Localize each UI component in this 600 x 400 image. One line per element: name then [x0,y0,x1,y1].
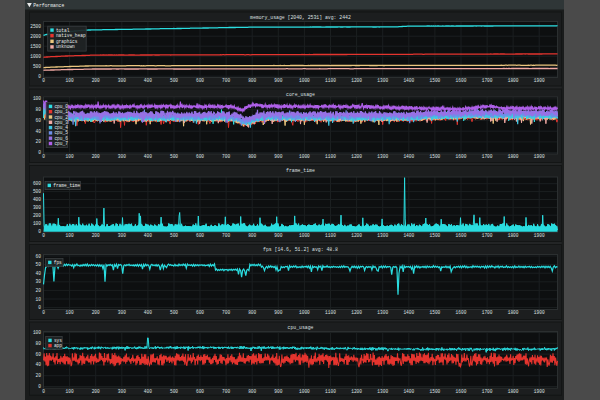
svg-text:native_heap: native_heap [56,33,86,38]
svg-text:1500: 1500 [429,389,440,394]
svg-text:100: 100 [66,389,74,394]
svg-text:700: 700 [222,389,230,394]
svg-text:900: 900 [274,154,282,159]
svg-text:1200: 1200 [351,154,362,159]
svg-text:2500: 2500 [30,24,41,29]
svg-text:600: 600 [33,181,41,186]
svg-text:400: 400 [144,389,152,394]
svg-text:600: 600 [196,233,204,238]
svg-text:core_usage: core_usage [286,92,315,97]
svg-text:1300: 1300 [377,78,388,83]
svg-text:40: 40 [36,271,42,276]
svg-text:1000: 1000 [299,154,310,159]
svg-text:500: 500 [170,78,178,83]
svg-text:cpu_7: cpu_7 [54,141,68,146]
svg-text:0: 0 [38,229,41,234]
svg-text:1100: 1100 [325,233,336,238]
svg-text:30: 30 [36,279,42,284]
svg-text:300: 300 [118,310,126,315]
svg-text:1000: 1000 [299,233,310,238]
svg-text:20: 20 [36,373,42,378]
svg-text:700: 700 [222,154,230,159]
svg-text:1800: 1800 [508,389,519,394]
svg-text:total: total [56,28,70,33]
svg-text:1100: 1100 [325,389,336,394]
svg-text:1400: 1400 [403,154,414,159]
svg-text:100: 100 [33,330,41,335]
svg-text:40: 40 [36,362,42,367]
svg-text:memory_usage [2040, 2531] avg:: memory_usage [2040, 2531] avg: 2442 [250,15,351,20]
svg-text:800: 800 [248,78,256,83]
svg-text:fps [14.6, 51.2] avg: 48.8: fps [14.6, 51.2] avg: 48.8 [263,247,338,252]
svg-text:0: 0 [38,74,41,79]
svg-text:cpu_5: cpu_5 [54,130,68,135]
svg-text:1700: 1700 [482,233,493,238]
svg-text:1900: 1900 [534,310,545,315]
svg-text:200: 200 [92,233,100,238]
svg-text:500: 500 [170,154,178,159]
svg-text:graphics: graphics [56,39,78,44]
svg-text:800: 800 [248,154,256,159]
svg-text:1700: 1700 [482,389,493,394]
svg-text:unknown: unknown [56,44,75,49]
svg-text:300: 300 [118,154,126,159]
svg-text:200: 200 [92,389,100,394]
svg-text:1000: 1000 [299,310,310,315]
svg-text:800: 800 [248,389,256,394]
svg-text:0: 0 [42,78,45,83]
svg-text:400: 400 [144,78,152,83]
svg-text:300: 300 [118,78,126,83]
svg-text:0: 0 [42,389,45,394]
svg-text:1400: 1400 [403,233,414,238]
svg-text:cpu_1: cpu_1 [54,109,68,114]
svg-text:1500: 1500 [30,44,41,49]
svg-text:1900: 1900 [534,78,545,83]
svg-text:1200: 1200 [351,233,362,238]
svg-text:0: 0 [38,150,41,155]
svg-text:cpu_2: cpu_2 [54,115,68,120]
svg-text:1200: 1200 [351,310,362,315]
svg-text:0: 0 [38,305,41,310]
svg-text:600: 600 [196,310,204,315]
svg-text:20: 20 [36,139,42,144]
svg-text:900: 900 [274,78,282,83]
svg-text:600: 600 [196,154,204,159]
svg-text:1400: 1400 [403,310,414,315]
svg-text:1500: 1500 [429,154,440,159]
svg-text:1800: 1800 [508,154,519,159]
svg-text:500: 500 [170,233,178,238]
svg-text:100: 100 [66,154,74,159]
svg-text:500: 500 [170,389,178,394]
svg-text:10: 10 [36,297,42,302]
svg-text:600: 600 [196,389,204,394]
svg-text:900: 900 [274,233,282,238]
svg-text:1700: 1700 [482,310,493,315]
svg-text:200: 200 [92,78,100,83]
svg-text:1800: 1800 [508,310,519,315]
svg-text:500: 500 [33,64,41,69]
svg-text:1300: 1300 [377,310,388,315]
svg-text:1100: 1100 [325,154,336,159]
svg-text:cpu_6: cpu_6 [54,136,68,141]
svg-text:200: 200 [33,213,41,218]
svg-text:1300: 1300 [377,389,388,394]
svg-text:40: 40 [36,129,42,134]
svg-text:900: 900 [274,310,282,315]
svg-text:300: 300 [33,205,41,210]
svg-text:80: 80 [36,107,42,112]
svg-text:cpu_0: cpu_0 [54,104,68,109]
svg-text:300: 300 [118,233,126,238]
svg-text:600: 600 [196,78,204,83]
svg-text:0: 0 [42,154,45,159]
svg-text:60: 60 [36,352,42,357]
svg-text:1400: 1400 [403,78,414,83]
svg-text:1900: 1900 [534,154,545,159]
svg-text:1000: 1000 [299,389,310,394]
svg-text:1000: 1000 [30,54,41,59]
svg-text:1100: 1100 [325,78,336,83]
svg-text:cpu_usage: cpu_usage [288,325,314,330]
svg-text:700: 700 [222,233,230,238]
svg-text:20: 20 [36,288,42,293]
svg-text:2000: 2000 [30,34,41,39]
svg-text:100: 100 [33,221,41,226]
